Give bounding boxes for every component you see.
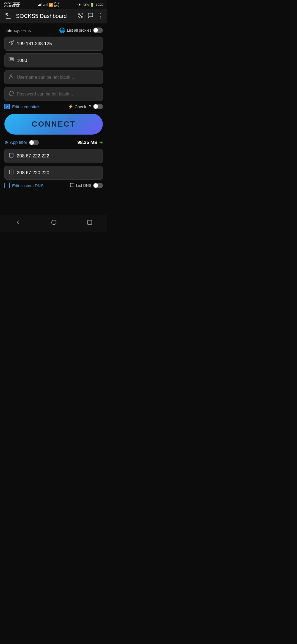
main-content: Latency: ---ms 🌐 List all proxies <box>0 23 107 204</box>
svg-point-7 <box>12 58 13 59</box>
nav-back-button[interactable] <box>9 218 26 228</box>
battery-text: 43% <box>82 3 89 6</box>
status-right: 👁 43% 🔋 10:30 <box>78 3 103 7</box>
dns1-field: 1 <box>4 149 103 163</box>
check-ip-row: ⚡ Check IP <box>68 104 103 109</box>
dns-checkbox[interactable] <box>4 183 10 188</box>
eye-icon: 👁 <box>78 3 81 7</box>
svg-rect-24 <box>87 220 92 225</box>
check-ip-text: Check IP <box>75 104 91 109</box>
list-dns-toggle-knob <box>94 183 98 188</box>
edit-credentials-label[interactable]: ✓ Edit credentials <box>4 104 40 109</box>
network-speed: 20.2 K/S <box>54 2 59 8</box>
latency-label: Latency: ---ms <box>4 28 31 33</box>
latency-row: Latency: ---ms 🌐 List all proxies <box>4 27 103 33</box>
shield-icon <box>9 91 14 97</box>
list-dns-toggle[interactable] <box>93 183 103 188</box>
app-filter-left: ⚙ App filter <box>4 140 39 145</box>
app-filter-label[interactable]: App filter <box>10 140 27 145</box>
connect-button[interactable]: CONNECT <box>4 114 103 135</box>
add-icon[interactable]: + <box>99 139 103 146</box>
edit-credentials-text: Edit credentials <box>12 104 40 109</box>
check-ip-toggle-knob <box>94 104 98 109</box>
svg-line-1 <box>79 13 82 17</box>
bolt-icon: ⚡ <box>68 104 73 109</box>
toggle-knob <box>94 28 98 32</box>
app-filter-toggle[interactable] <box>29 140 39 145</box>
dns-row: Edit custom DNS List DNS <box>4 182 103 189</box>
wifi-icon: 📶 <box>49 3 53 7</box>
signal-bars-1 <box>38 3 42 6</box>
battery-icon: 🔋 <box>90 3 94 7</box>
speed-icon[interactable] <box>78 12 84 20</box>
more-icon[interactable]: ⋮ <box>97 12 103 20</box>
list-proxies-toggle[interactable] <box>93 28 103 33</box>
signal-bars-2 <box>43 3 48 6</box>
list-proxies-label: List all proxies <box>67 28 91 32</box>
list-dns-icon <box>70 182 75 189</box>
port-input-field <box>4 53 103 67</box>
nav-bar <box>0 215 107 232</box>
list-proxies-row: 🌐 List all proxies <box>59 27 103 33</box>
app-title: SOCKS5 Dashboard <box>16 13 78 19</box>
username-input-field <box>4 70 103 84</box>
send-icon <box>9 40 14 47</box>
list-dns-label: List DNS <box>76 183 91 188</box>
dns1-icon: 1 <box>9 152 14 159</box>
svg-point-23 <box>52 220 56 225</box>
app-filter-row: ⚙ App filter 98.25 MB + <box>4 139 103 146</box>
ip-input[interactable] <box>17 41 99 47</box>
svg-text:2: 2 <box>11 171 12 173</box>
port-icon <box>9 57 14 64</box>
check-ip-label: ⚡ Check IP <box>68 104 91 109</box>
password-input-field <box>4 87 103 101</box>
port-input[interactable] <box>17 58 99 63</box>
app-filter-toggle-knob <box>29 140 34 145</box>
edit-dns-label[interactable]: Edit custom DNS <box>4 183 43 188</box>
spacer <box>0 204 107 215</box>
status-carrier: Viettel VoLTE VINAPHONE <box>4 2 20 8</box>
globe-icon: 🌐 <box>59 27 65 33</box>
check-ip-toggle[interactable] <box>93 104 103 109</box>
data-usage-value: 98.25 MB <box>77 140 98 145</box>
credentials-row: ✓ Edit credentials ⚡ Check IP <box>4 104 103 109</box>
svg-rect-20 <box>70 184 71 184</box>
checkmark-icon: ✓ <box>6 105 9 109</box>
svg-point-5 <box>10 58 11 59</box>
clock: 10:30 <box>96 3 103 6</box>
svg-rect-22 <box>70 186 71 187</box>
svg-point-9 <box>11 59 12 60</box>
svg-point-11 <box>10 75 12 77</box>
edit-dns-text: Edit custom DNS <box>12 183 43 188</box>
status-signal: 📶 20.2 K/S <box>38 2 59 8</box>
gear-icon: ⚙ <box>4 140 8 145</box>
app-bar-icons: ⋮ <box>78 12 103 20</box>
svg-point-10 <box>12 59 13 60</box>
dns2-input[interactable] <box>17 170 99 176</box>
data-usage-row: 98.25 MB + <box>77 139 103 146</box>
nav-recent-button[interactable] <box>81 219 98 228</box>
app-bar: SOCKS5 Dashboard ⋮ <box>0 9 107 23</box>
chat-icon[interactable] <box>87 12 94 20</box>
dns1-input[interactable] <box>17 153 99 159</box>
svg-point-8 <box>10 59 11 60</box>
svg-rect-21 <box>70 185 71 185</box>
list-dns-row: List DNS <box>70 182 103 189</box>
nav-home-button[interactable] <box>45 218 62 228</box>
dns2-field: 2 <box>4 166 103 180</box>
username-input[interactable] <box>17 75 99 80</box>
user-icon <box>9 74 14 81</box>
ip-input-field <box>4 37 103 51</box>
status-bar: Viettel VoLTE VINAPHONE 📶 20.2 K/S 👁 <box>0 0 107 9</box>
password-input[interactable] <box>17 91 99 97</box>
svg-point-6 <box>11 58 12 59</box>
svg-text:1: 1 <box>11 154 12 156</box>
credentials-checkbox[interactable]: ✓ <box>4 104 10 109</box>
dns2-icon: 2 <box>9 169 14 176</box>
back-button[interactable] <box>4 12 13 20</box>
volte-badge: VoLTE <box>13 2 20 5</box>
